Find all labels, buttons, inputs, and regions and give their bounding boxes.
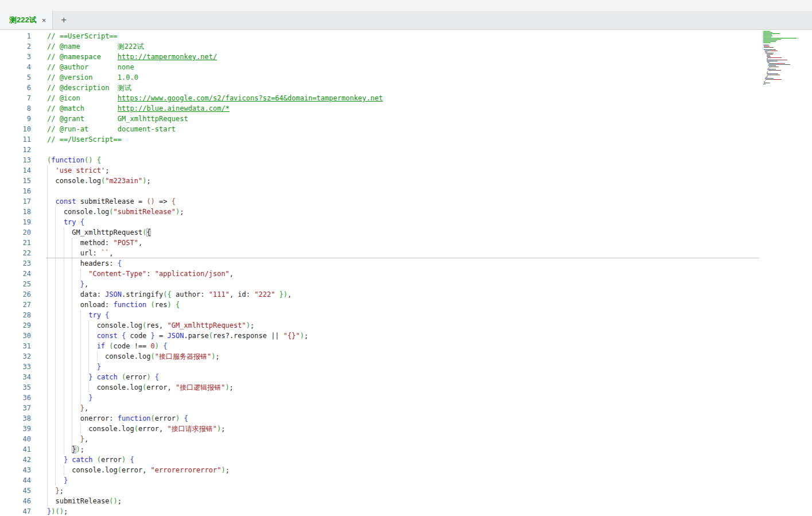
code-line[interactable]: } catch (error) { — [47, 455, 812, 465]
code-area[interactable]: // ==UserScript==// @name 测222试// @names… — [31, 30, 812, 515]
code-line[interactable]: method: "POST", — [47, 238, 812, 248]
line-number[interactable]: 44 — [0, 475, 31, 486]
line-number[interactable]: 17 — [0, 196, 31, 207]
code-line[interactable]: if (code !== 0) { — [47, 341, 812, 351]
line-number[interactable]: 43 — [0, 465, 31, 475]
code-line[interactable]: url: ``, — [47, 248, 812, 258]
code-line[interactable]: }, — [47, 434, 812, 444]
code-line[interactable]: // @match http://blue.ainewdata.com/* — [47, 103, 812, 114]
code-editor[interactable]: 1234567891011121314151617181920212223242… — [0, 30, 812, 515]
script-tab[interactable]: 测222试 × — [0, 11, 53, 29]
line-number[interactable]: 8 — [0, 103, 31, 114]
code-line[interactable]: // ==/UserScript== — [47, 134, 812, 145]
code-line[interactable]: // @run-at document-start — [47, 124, 812, 134]
line-number[interactable]: 37 — [0, 403, 31, 413]
line-number[interactable]: 15 — [0, 176, 31, 186]
new-tab-button[interactable]: + — [56, 11, 71, 29]
code-line[interactable]: // @author none — [47, 62, 812, 72]
line-number[interactable]: 36 — [0, 393, 31, 403]
line-number[interactable]: 25 — [0, 279, 31, 289]
line-number[interactable]: 31 — [0, 341, 31, 351]
line-number[interactable]: 35 — [0, 382, 31, 393]
code-line[interactable]: onload: function (res) { — [47, 300, 812, 310]
code-line[interactable]: // @icon https://www.google.com/s2/favic… — [47, 93, 812, 103]
code-line[interactable]: } — [47, 393, 812, 403]
code-line[interactable]: }, — [47, 403, 812, 413]
line-number[interactable]: 5 — [0, 72, 31, 83]
line-number[interactable]: 4 — [0, 62, 31, 72]
line-number[interactable]: 28 — [0, 310, 31, 320]
code-line[interactable]: } — [47, 362, 812, 372]
line-number[interactable]: 11 — [0, 134, 31, 145]
line-number[interactable]: 34 — [0, 372, 31, 382]
code-line[interactable]: const submitRelease = () => { — [47, 196, 812, 207]
code-line[interactable]: GM_xmlhttpRequest({ — [47, 227, 812, 238]
code-line[interactable]: onerror: function(error) { — [47, 413, 812, 424]
code-line[interactable]: // @version 1.0.0 — [47, 72, 812, 83]
line-number[interactable]: 38 — [0, 413, 31, 424]
line-number[interactable]: 42 — [0, 455, 31, 465]
line-number[interactable]: 19 — [0, 217, 31, 227]
line-number[interactable]: 30 — [0, 331, 31, 341]
minimap[interactable] — [763, 31, 809, 85]
code-line[interactable]: try { — [47, 310, 812, 320]
line-number[interactable]: 45 — [0, 486, 31, 496]
code-line[interactable]: console.log(error, "errorerrorerror"); — [47, 465, 812, 475]
code-line[interactable]: } catch (error) { — [47, 372, 812, 382]
code-line[interactable]: 'use strict'; — [47, 165, 812, 176]
line-number[interactable]: 29 — [0, 320, 31, 331]
code-line[interactable]: }); — [47, 444, 812, 455]
code-line[interactable]: const { code } = JSON.parse(res?.respons… — [47, 331, 812, 341]
line-number[interactable]: 46 — [0, 496, 31, 506]
code-line[interactable]: })(); — [47, 506, 812, 516]
code-line[interactable]: console.log(error, "接口逻辑报错"); — [47, 382, 812, 393]
line-number[interactable]: 41 — [0, 444, 31, 455]
code-line[interactable]: submitRelease(); — [47, 496, 812, 506]
line-number[interactable]: 13 — [0, 155, 31, 165]
line-number[interactable]: 2 — [0, 41, 31, 52]
line-number[interactable]: 23 — [0, 258, 31, 269]
code-line[interactable]: (function() { — [47, 155, 812, 165]
code-line[interactable]: }, — [47, 279, 812, 289]
code-line[interactable]: console.log(res, "GM_xmlhttpRequest"); — [47, 320, 812, 331]
line-number[interactable]: 18 — [0, 207, 31, 217]
code-line[interactable]: console.log(error, "接口请求报错"); — [47, 424, 812, 434]
code-line[interactable]: try { — [47, 217, 812, 227]
line-number[interactable]: 24 — [0, 269, 31, 279]
code-line[interactable]: // @grant GM_xmlhttpRequest — [47, 114, 812, 124]
code-line[interactable] — [47, 145, 812, 155]
line-number[interactable]: 40 — [0, 434, 31, 444]
line-number[interactable]: 39 — [0, 424, 31, 434]
code-line[interactable]: console.log("m223ain"); — [47, 176, 812, 186]
code-line[interactable]: // @name 测222试 — [47, 41, 812, 52]
code-line[interactable]: // @description 测试 — [47, 83, 812, 93]
line-number[interactable]: 12 — [0, 145, 31, 155]
line-number[interactable]: 3 — [0, 52, 31, 62]
code-line[interactable]: "Content-Type": "application/json", — [47, 269, 812, 279]
line-number[interactable]: 10 — [0, 124, 31, 134]
line-number[interactable]: 27 — [0, 300, 31, 310]
line-number[interactable]: 20 — [0, 227, 31, 238]
code-line[interactable]: headers: { — [47, 258, 812, 269]
line-number[interactable]: 7 — [0, 93, 31, 103]
line-number[interactable]: 21 — [0, 238, 31, 248]
code-line[interactable]: // @namespace http://tampermonkey.net/ — [47, 52, 812, 62]
code-line[interactable]: // ==UserScript== — [47, 31, 812, 41]
line-number[interactable]: 6 — [0, 83, 31, 93]
code-line[interactable]: data: JSON.stringify({ author: "111", id… — [47, 289, 812, 300]
code-line[interactable]: console.log("submitRelease"); — [47, 207, 812, 217]
line-number[interactable]: 16 — [0, 186, 31, 196]
line-number[interactable]: 9 — [0, 114, 31, 124]
line-number[interactable]: 32 — [0, 351, 31, 362]
line-number[interactable]: 14 — [0, 165, 31, 176]
code-line[interactable]: console.log("接口服务器报错"); — [47, 351, 812, 362]
line-number[interactable]: 47 — [0, 506, 31, 516]
code-line[interactable] — [47, 186, 812, 196]
close-icon[interactable]: × — [42, 17, 46, 24]
line-number[interactable]: 22 — [0, 248, 31, 258]
line-number[interactable]: 26 — [0, 289, 31, 300]
line-number[interactable]: 33 — [0, 362, 31, 372]
code-line[interactable]: } — [47, 475, 812, 486]
code-line[interactable]: }; — [47, 486, 812, 496]
line-number[interactable]: 1 — [0, 31, 31, 41]
